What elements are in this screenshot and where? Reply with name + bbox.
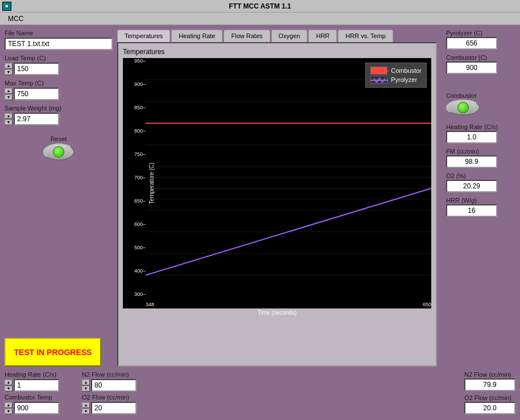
load-temp-down[interactable]: ▼ xyxy=(5,69,13,75)
tab-temperatures[interactable]: Temperatures xyxy=(117,30,170,42)
x-axis-title: Time (seconds) xyxy=(123,310,431,316)
tab-hrr[interactable]: HRR xyxy=(308,30,337,42)
pyrolyzer-section: Pyrolyzer (C) xyxy=(446,30,515,50)
o2-percent-input[interactable] xyxy=(446,180,497,192)
heating-rate-input[interactable] xyxy=(446,131,497,143)
br-o2-flow-input[interactable] xyxy=(464,402,515,414)
sample-weight-label: Sample Weight (mg) xyxy=(5,105,113,112)
max-temp-label: Max Temp (C) xyxy=(5,80,113,87)
center-panel: Temperatures Heating Rate Flow Rates Oxy… xyxy=(117,30,437,367)
y-label-850: 850– xyxy=(134,105,146,110)
load-temp-up[interactable]: ▲ xyxy=(5,63,13,69)
load-temp-label: Load Temp (C) xyxy=(5,55,113,61)
bt-heating-rate-input[interactable] xyxy=(14,379,59,392)
fm-input[interactable] xyxy=(446,155,497,168)
sample-weight-input[interactable] xyxy=(14,113,59,125)
max-temp-spinner[interactable]: ▲ ▼ xyxy=(5,88,13,100)
y-label-900: 900– xyxy=(134,81,146,87)
combustor-c-input[interactable] xyxy=(446,61,497,74)
pyrolyzer-label: Pyrolyzer (C) xyxy=(446,30,482,36)
y-label-400: 400– xyxy=(134,268,146,274)
bt-n2-flow-label: N2 Flow (cc/min) xyxy=(82,371,137,378)
combustor-led-button[interactable] xyxy=(446,100,480,116)
bt-n2-flow-input[interactable] xyxy=(91,379,137,392)
bt-combustor-temp-up[interactable]: ▲ xyxy=(5,402,13,408)
bt-n2-down[interactable]: ▼ xyxy=(82,386,90,392)
legend-pyrolyzer: Pyrolyzer xyxy=(370,76,422,84)
max-temp-up[interactable]: ▲ xyxy=(5,88,13,94)
tab-hrr-vs-temp[interactable]: HRR vs. Temp xyxy=(338,30,393,42)
tab-oxygen[interactable]: Oxygen xyxy=(271,30,308,42)
chart-title: Temperatures xyxy=(123,48,431,56)
chart-area: Combustor Pyrolyzer 300– 400– xyxy=(123,58,431,308)
load-temp-spinner[interactable]: ▲ ▼ xyxy=(5,63,13,75)
bt-combustor-temp-label: Combustor Temp xyxy=(5,394,59,401)
combustor-c-label: Combustor (C) xyxy=(446,54,487,61)
reset-button[interactable] xyxy=(43,143,75,160)
chart-svg xyxy=(146,58,431,298)
sample-weight-down[interactable]: ▼ xyxy=(5,120,13,125)
bt-heating-rate-spinner[interactable]: ▲ ▼ xyxy=(5,380,13,392)
bt-heating-rate-down[interactable]: ▼ xyxy=(5,386,13,392)
bt-combustor-temp-spinner[interactable]: ▲ ▼ xyxy=(5,402,13,414)
pyrolyzer-input[interactable] xyxy=(446,37,497,50)
sample-weight-spinner[interactable]: ▲ ▼ xyxy=(5,113,13,125)
bt-n2-up[interactable]: ▲ xyxy=(82,380,90,385)
heating-rate-section: Heating Rate (C/s) xyxy=(446,123,515,143)
bt-heating-rate-up[interactable]: ▲ xyxy=(5,380,13,385)
chart-legend: Combustor Pyrolyzer xyxy=(365,63,427,88)
combustor-c-section: Combustor (C) xyxy=(446,54,515,74)
o2-percent-section: O2 (%) xyxy=(446,172,515,192)
bt-o2-up[interactable]: ▲ xyxy=(82,402,90,408)
hrr-label: HRR (W/g) xyxy=(446,197,477,204)
chart-panel: Temperatures Combustor xyxy=(117,42,437,367)
br-o2-flow-label: O2 Flow (cc/min) xyxy=(464,394,511,401)
y-label-600: 600– xyxy=(134,221,146,227)
menu-mcc[interactable]: MCC xyxy=(5,14,27,24)
bt-n2-flow-spinner[interactable]: ▲ ▼ xyxy=(82,380,90,392)
max-temp-down[interactable]: ▼ xyxy=(5,94,13,100)
y-label-300: 300– xyxy=(134,291,146,297)
hrr-input[interactable] xyxy=(446,204,497,217)
y-label-650: 650– xyxy=(134,198,146,204)
o2-percent-label: O2 (%) xyxy=(446,172,466,179)
bt-o2-flow-input[interactable] xyxy=(91,402,137,414)
heating-rate-label: Heating Rate (C/s) xyxy=(446,123,498,130)
bottom-left-group: Heating Rate (C/s) ▲ ▼ Combustor Temp ▲ … xyxy=(5,371,59,414)
legend-combustor-label: Combustor xyxy=(391,67,422,74)
reset-area: Reset xyxy=(5,135,113,160)
y-label-500: 500– xyxy=(134,245,146,250)
x-label-max: 650 xyxy=(423,302,431,307)
fm-section: FM (cc/min) xyxy=(446,148,515,168)
y-label-750: 750– xyxy=(134,151,146,157)
tab-flow-rates[interactable]: Flow Rates xyxy=(224,30,270,42)
bottom-middle-group: N2 Flow (cc/min) ▲ ▼ O2 Flow (cc/min) ▲ … xyxy=(82,371,137,414)
tab-heating-rate[interactable]: Heating Rate xyxy=(171,30,222,42)
legend-combustor: Combustor xyxy=(370,67,422,75)
hrr-section: HRR (W/g) xyxy=(446,197,515,217)
bt-o2-flow-label: O2 Flow (cc/min) xyxy=(82,394,137,401)
load-temp-input[interactable] xyxy=(14,63,59,75)
bt-combustor-temp-down[interactable]: ▼ xyxy=(5,409,13,414)
tab-bar: Temperatures Heating Rate Flow Rates Oxy… xyxy=(117,30,437,42)
max-temp-input[interactable] xyxy=(14,88,59,100)
title-bar: ■ FTT MCC ASTM 1.1 xyxy=(0,0,520,13)
combustor-led-label: Combustor xyxy=(446,92,477,99)
sample-weight-up[interactable]: ▲ xyxy=(5,113,13,119)
bottom-section: Heating Rate (C/s) ▲ ▼ Combustor Temp ▲ … xyxy=(5,367,515,415)
right-panel: Pyrolyzer (C) Combustor (C) Combustor He… xyxy=(441,30,515,367)
br-n2-flow-input[interactable] xyxy=(464,378,515,391)
bt-o2-down[interactable]: ▼ xyxy=(82,409,90,414)
combustor-led-section: Combustor xyxy=(446,92,515,116)
test-progress-button[interactable]: TEST IN PROGRESS xyxy=(5,338,101,367)
legend-pyrolyzer-label: Pyrolyzer xyxy=(391,76,417,83)
bt-o2-flow-spinner[interactable]: ▲ ▼ xyxy=(82,402,90,414)
left-panel: File Name Load Temp (C) ▲ ▼ Max Temp (C) xyxy=(5,30,113,367)
window-title: FTT MCC ASTM 1.1 xyxy=(229,2,291,10)
combustor-led xyxy=(457,102,469,113)
bottom-right-group: N2 Flow (cc/min) O2 Flow (cc/min) xyxy=(464,371,515,415)
fm-label: FM (cc/min) xyxy=(446,148,479,155)
reset-label: Reset xyxy=(51,135,67,142)
file-name-input[interactable] xyxy=(5,38,113,50)
bt-combustor-temp-input[interactable] xyxy=(14,402,59,414)
